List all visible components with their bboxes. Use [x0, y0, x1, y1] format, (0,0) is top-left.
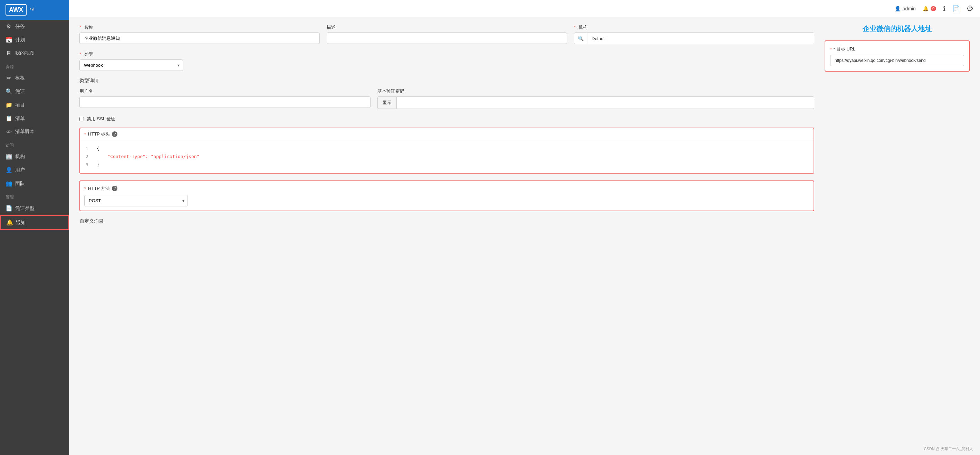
- http-method-select-wrapper: POST GET PUT ▾: [84, 195, 188, 206]
- type-select-wrapper: Webhook Email Slack ▾: [80, 59, 183, 71]
- myview-icon: 🖥: [6, 50, 12, 56]
- docs-icon: 📄: [952, 5, 960, 13]
- info-button[interactable]: ℹ: [943, 5, 945, 13]
- sidebar-item-credentials-label: 凭证: [15, 88, 25, 95]
- ssl-row: 禁用 SSL 验证: [80, 116, 814, 122]
- password-wrapper: 显示: [377, 96, 814, 109]
- sidebar-item-tasks[interactable]: ⚙ 任务: [0, 20, 69, 33]
- logo-wings: ༄: [30, 6, 34, 14]
- code-text-3: }: [97, 161, 99, 169]
- sidebar-item-inventory-label: 清单: [15, 115, 25, 122]
- line-num-2: 2: [86, 152, 91, 160]
- name-input[interactable]: [80, 32, 320, 44]
- org-required: *: [574, 24, 576, 30]
- bell-icon: 🔔: [923, 6, 929, 11]
- http-method-box: * HTTP 方法 ? POST GET PUT ▾: [80, 180, 814, 211]
- management-section-label: 管理: [0, 190, 69, 201]
- desc-group: 描述: [327, 24, 567, 44]
- name-label: * 名称: [80, 24, 320, 30]
- notifications-bell[interactable]: 🔔 0: [923, 6, 936, 11]
- sidebar-item-templates-label: 模板: [15, 75, 25, 81]
- code-line-3: 3 }: [86, 161, 808, 169]
- sidebar-item-templates[interactable]: ✏ 模板: [0, 71, 69, 85]
- org-input[interactable]: [587, 33, 814, 44]
- http-header-help-icon[interactable]: ?: [112, 131, 118, 137]
- ssl-label[interactable]: 禁用 SSL 验证: [87, 116, 115, 122]
- target-url-required: *: [830, 47, 832, 52]
- sidebar-item-credentials[interactable]: 🔍 凭证: [0, 85, 69, 98]
- type-select[interactable]: Webhook Email Slack: [80, 59, 183, 71]
- http-method-required: *: [84, 186, 86, 191]
- sidebar-item-orgs[interactable]: 🏢 机构: [0, 150, 69, 163]
- info-icon: ℹ: [943, 5, 945, 13]
- type-details-label: 类型详情: [80, 78, 814, 84]
- target-url-input[interactable]: [830, 55, 964, 66]
- content-area: * 名称 描述 * 机构 🔍: [69, 17, 980, 455]
- templates-icon: ✏: [6, 75, 12, 81]
- http-method-text: HTTP 方法: [88, 185, 110, 192]
- schedule-icon: 📅: [6, 37, 12, 43]
- sidebar-item-projects[interactable]: 📁 项目: [0, 98, 69, 112]
- users-icon: 👤: [6, 167, 12, 173]
- sidebar-item-teams[interactable]: 👥 团队: [0, 177, 69, 190]
- type-label: * 类型: [80, 51, 183, 57]
- basic-auth-input[interactable]: [396, 96, 814, 109]
- logo-box: AWX: [6, 4, 27, 16]
- http-method-select[interactable]: POST GET PUT: [84, 195, 188, 206]
- type-group: * 类型 Webhook Email Slack ▾: [80, 51, 183, 71]
- sidebar-item-inventory[interactable]: 📋 清单: [0, 112, 69, 125]
- bell-badge: 0: [931, 6, 936, 11]
- target-url-label: * * 目标 URL: [830, 46, 964, 52]
- sidebar-item-scripts-label: 清单脚本: [15, 129, 35, 135]
- name-group: * 名称: [80, 24, 320, 44]
- code-line-1: 1 {: [86, 145, 808, 152]
- http-header-required: *: [84, 132, 86, 137]
- projects-icon: 📁: [6, 102, 12, 108]
- sidebar-item-notifications[interactable]: 🔔 通知: [0, 215, 69, 230]
- sidebar-item-users-label: 用户: [15, 167, 25, 173]
- sidebar-item-schedule[interactable]: 📅 计划: [0, 33, 69, 47]
- sidebar-item-orgs-label: 机构: [15, 153, 25, 160]
- sidebar-item-users[interactable]: 👤 用户: [0, 163, 69, 177]
- orgs-icon: 🏢: [6, 153, 12, 160]
- sidebar-item-cred-types[interactable]: 📄 凭证类型: [0, 201, 69, 215]
- username-input[interactable]: [80, 96, 371, 108]
- notifications-icon: 🔔: [6, 219, 13, 226]
- sidebar-item-cred-types-label: 凭证类型: [15, 205, 35, 212]
- topbar: 👤 admin 🔔 0 ℹ 📄 ⏻: [69, 0, 980, 17]
- username-group: 用户名: [80, 88, 371, 108]
- footer: CSDN @ 天草二十六_简村人: [924, 446, 973, 452]
- docs-button[interactable]: 📄: [952, 5, 960, 13]
- scripts-icon: </>: [6, 129, 12, 134]
- basic-auth-label: 基本验证密码: [377, 88, 814, 94]
- org-input-wrapper: 🔍: [574, 32, 814, 44]
- ssl-checkbox[interactable]: [80, 117, 84, 121]
- user-icon: 👤: [895, 6, 900, 11]
- line-num-1: 1: [86, 145, 91, 152]
- org-search-icon: 🔍: [574, 33, 587, 44]
- name-required: *: [80, 24, 81, 30]
- org-label: * 机构: [574, 24, 814, 30]
- row-username-auth: 用户名 基本验证密码 显示: [80, 88, 814, 109]
- type-required: *: [80, 51, 81, 57]
- basic-auth-group: 基本验证密码 显示: [377, 88, 814, 109]
- sidebar-item-tasks-label: 任务: [15, 24, 25, 30]
- sidebar-item-myview[interactable]: 🖥 我的视图: [0, 47, 69, 60]
- logout-button[interactable]: ⏻: [967, 5, 973, 12]
- desc-input[interactable]: [327, 32, 567, 44]
- teams-icon: 👥: [6, 180, 12, 187]
- sidebar-logo: AWX ༄: [0, 0, 69, 20]
- show-password-button[interactable]: 显示: [377, 96, 396, 109]
- code-line-2: 2 "Content-Type": "application/json": [86, 152, 808, 160]
- access-section-label: 访问: [0, 138, 69, 150]
- sidebar-item-notifications-label: 通知: [16, 220, 25, 226]
- user-menu[interactable]: 👤 admin: [895, 6, 916, 11]
- desc-label: 描述: [327, 24, 567, 30]
- sidebar: AWX ༄ ⚙ 任务 📅 计划 🖥 我的视图 资源 ✏ 模板 🔍 凭证 📁 项目…: [0, 0, 69, 455]
- cred-types-icon: 📄: [6, 205, 12, 212]
- http-method-help-icon[interactable]: ?: [112, 186, 118, 191]
- credentials-icon: 🔍: [6, 88, 12, 95]
- sidebar-item-scripts[interactable]: </> 清单脚本: [0, 125, 69, 138]
- http-header-text: HTTP 标头: [88, 131, 110, 137]
- target-url-box: * * 目标 URL: [825, 40, 970, 72]
